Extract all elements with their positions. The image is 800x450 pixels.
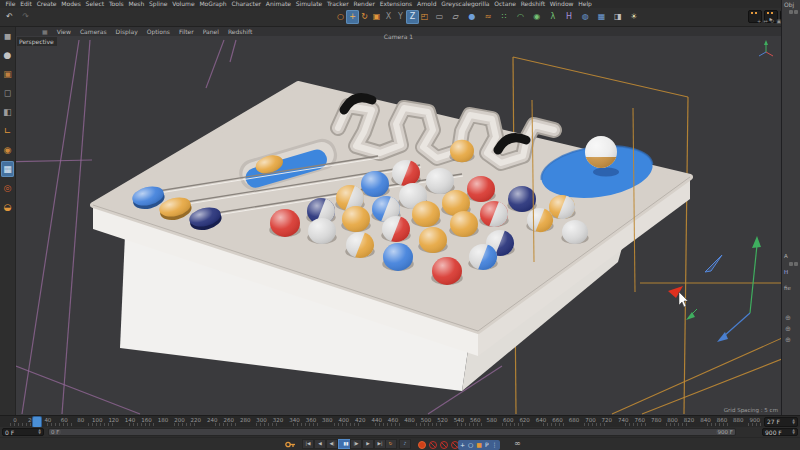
field-object-icon[interactable]: ◉ (530, 10, 543, 24)
timeline-ruler[interactable]: 0204060801001201401601802002202402602803… (0, 415, 800, 427)
animation-mode-icon[interactable]: ◧ (1, 104, 14, 120)
viewport-menu-options[interactable]: Options (147, 27, 170, 36)
tick-label: 500 (421, 417, 432, 423)
viewport-menu-redshift[interactable]: Redshift (228, 27, 252, 36)
menu-character[interactable]: Character (229, 0, 263, 8)
range-start-handle[interactable]: 0 F (49, 429, 61, 435)
panel-icon[interactable] (794, 262, 798, 266)
panel-icon[interactable] (794, 10, 798, 14)
character-object-icon[interactable]: λ (546, 10, 559, 24)
undo-icon[interactable]: ↶ (3, 10, 16, 24)
simulate-object-icon[interactable]: ▦ (595, 10, 608, 24)
menu-tools[interactable]: Tools (107, 0, 127, 8)
menu-file[interactable]: File (3, 0, 18, 8)
spinner-arrows-icon[interactable]: ▲▼ (792, 419, 795, 425)
point-mode-icon[interactable]: ◉ (1, 142, 14, 158)
light-object-icon[interactable]: ☀ (627, 10, 640, 24)
menu-modes[interactable]: Modes (59, 0, 83, 8)
texture-mode-icon[interactable]: ▣ (1, 66, 14, 82)
volume-object-icon[interactable]: ◍ (579, 10, 592, 24)
tick-label: 700 (585, 417, 596, 423)
menu-simulate[interactable]: Simulate (293, 0, 324, 8)
menu-mesh[interactable]: Mesh (126, 0, 147, 8)
panel-icon[interactable] (789, 262, 793, 266)
autokey-parameter-icon[interactable]: P (485, 442, 489, 448)
edge-mode-icon[interactable]: ▦ (1, 161, 14, 177)
panel-icon[interactable] (789, 10, 793, 14)
record-scale-button[interactable] (440, 441, 448, 449)
spline-pen-icon[interactable]: ≈ (482, 10, 495, 24)
menu-edit[interactable]: Edit (18, 0, 34, 8)
polygon-mode-icon[interactable]: ◎ (1, 180, 14, 196)
spinner-arrows-icon[interactable]: ▲▼ (792, 429, 795, 435)
camera-object-icon[interactable]: ◨ (611, 10, 624, 24)
autokey-position-icon[interactable]: + (460, 442, 465, 448)
enable-axis-icon[interactable]: ∟ (1, 123, 14, 139)
next-key-button[interactable]: ▶ (362, 439, 374, 449)
next-frame-button[interactable]: |▶ (350, 439, 362, 449)
prev-key-button[interactable]: ◀ (314, 439, 326, 449)
menu-window[interactable]: Window (547, 0, 575, 8)
menu-tracker[interactable]: Tracker (325, 0, 351, 8)
end-frame-field[interactable]: 900 F ▲▼ (762, 428, 798, 436)
timeline-playhead[interactable] (33, 417, 41, 427)
current-frame-field[interactable]: 27 F ▲▼ (764, 417, 798, 427)
camera-label[interactable]: Camera 1 (384, 33, 413, 40)
menu-animate[interactable]: Animate (263, 0, 293, 8)
viewport-menu-view[interactable]: View (57, 27, 71, 36)
menu-octane[interactable]: Octane (492, 0, 518, 8)
menu-select[interactable]: Select (83, 0, 106, 8)
primitive-object-icon[interactable]: ● (465, 10, 478, 24)
coord-system-icon[interactable]: ◰ (418, 10, 431, 24)
range-end-handle[interactable]: 900 F (716, 429, 735, 435)
menu-help[interactable]: Help (576, 0, 594, 8)
record-keyframe-button[interactable] (418, 441, 426, 449)
modeling-pen-icon[interactable]: ▱ (449, 10, 462, 24)
zoom-view-icon[interactable]: ↔ (763, 18, 769, 24)
pan-view-icon[interactable]: + (756, 18, 762, 24)
bend-deformer-icon[interactable]: ◠ (514, 10, 527, 24)
menu-mograph[interactable]: MoGraph (197, 0, 229, 8)
preview-range-slider[interactable]: 0 F 900 F (48, 428, 736, 436)
workplane-icon[interactable]: ▭ (433, 10, 446, 24)
autokey-scale-icon[interactable]: ○ (468, 442, 473, 448)
panel-circle-icon[interactable]: ⊕ (785, 337, 791, 344)
viewport-menu-cameras[interactable]: Cameras (80, 27, 107, 36)
range-bar[interactable] (61, 429, 715, 435)
menu-spline[interactable]: Spline (147, 0, 170, 8)
panel-circle-icon[interactable]: ⊕ (785, 326, 791, 333)
menu-redshift[interactable]: Redshift (518, 0, 547, 8)
viewport-grid-icon[interactable]: ▦ (42, 27, 48, 36)
menu-extensions[interactable]: Extensions (377, 0, 414, 8)
set-keyframe-icon[interactable] (285, 440, 296, 449)
spinner-arrows-icon[interactable]: ▲▼ (38, 429, 41, 435)
menu-arnold[interactable]: Arnold (415, 0, 439, 8)
viewport-menu-display[interactable]: Display (116, 27, 138, 36)
viewport-menu-panel[interactable]: Panel (203, 27, 219, 36)
viewport[interactable]: ▦ViewCamerasDisplayOptionsFilterPanelRed… (16, 27, 781, 415)
prev-frame-button[interactable]: ◀| (326, 439, 338, 449)
redo-icon[interactable]: ↷ (19, 10, 32, 24)
grid-line (642, 352, 781, 414)
menu-volume[interactable]: Volume (170, 0, 197, 8)
goto-end-button[interactable]: ▶| (374, 439, 386, 449)
rotate-view-icon[interactable]: ↻ (769, 18, 775, 24)
viewport-menu-filter[interactable]: Filter (179, 27, 194, 36)
link-keyframe-selection-icon[interactable]: ∞ (514, 439, 521, 449)
panel-circle-icon[interactable]: ⊕ (785, 315, 791, 322)
menu-greyscalegorilla[interactable]: Greyscalegorilla (439, 0, 492, 8)
snap-settings-icon[interactable]: ◒ (1, 199, 14, 215)
menu-create[interactable]: Create (34, 0, 59, 8)
menu-render[interactable]: Render (351, 0, 377, 8)
sound-toggle-icon[interactable]: ♪ (399, 439, 411, 449)
make-editable-icon[interactable]: ◼ (1, 28, 14, 44)
record-position-button[interactable] (429, 441, 437, 449)
workplane-mode-icon[interactable]: ◻ (1, 85, 14, 101)
goto-start-button[interactable]: |◀ (302, 439, 314, 449)
start-frame-field[interactable]: 0 F ▲▼ (2, 428, 44, 436)
autokey-point-level-icon[interactable]: ⋮ (492, 442, 498, 448)
autokey-rotation-icon[interactable]: ■ (476, 442, 482, 448)
model-mode-icon[interactable]: ● (1, 47, 14, 63)
hair-object-icon[interactable]: H (563, 10, 576, 24)
mograph-cloner-icon[interactable]: ∷ (498, 10, 511, 24)
